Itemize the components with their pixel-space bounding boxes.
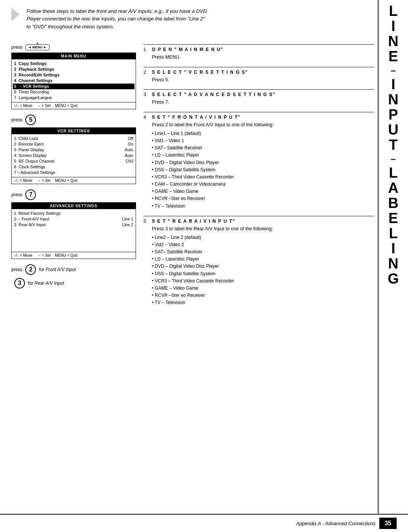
main-menu-item-2: 2 Playback Settings (14, 67, 133, 72)
bullet-5-8: GAME – Video Game (152, 285, 374, 292)
step-3-number: 3 (144, 92, 149, 97)
step-3-body: Press 7. (144, 99, 374, 106)
vcr-item-3: 3 Panel DisplayAuto (14, 147, 133, 153)
step-1-number: 1 (144, 47, 149, 52)
bullet-5-3: SAT– Satellite Receiver (152, 248, 374, 256)
vcr-item-7: 7→Advanced Settings (14, 170, 133, 175)
main-menu-items: 1 Copy Settings 2 Playback Settings 3 Re… (12, 59, 136, 102)
number-circle-2: 2 (25, 264, 36, 275)
main-menu-item-6: 6 Timer Recording (14, 89, 133, 95)
main-menu-item-7: 7 Language/Langue (14, 95, 133, 101)
right-column: 1 O P E N " M A I N M E N U" Press MENU.… (144, 44, 374, 313)
bullet-4-3: SAT– Satellite Receiver (152, 144, 374, 152)
number-circle-5: 5 (25, 115, 36, 125)
footer-page-number: 35 (379, 518, 397, 529)
bullet-4-2: Vid1 – Video 1 (152, 137, 374, 144)
vertical-title: L I N E – I N P U T – L A B E L I N G (378, 0, 408, 514)
for-front-label: for Front A/V Input (39, 267, 76, 272)
step-4-number: 4 (144, 115, 149, 120)
intro-section: Follow these steps to label the front an… (11, 8, 374, 38)
vcr-settings-title: VCR SETTINGS (12, 128, 136, 134)
advanced-settings-items: 1 Reset Factory Settings 2→ Front A/V In… (12, 209, 136, 252)
main-menu-item-3: 3 Record/Edit Settings (14, 72, 133, 78)
main-menu-footer: ↑/↓ = Move → = Sel MENU = Quit (12, 102, 136, 109)
step-4-bullets: Line1 – Line 1 (default) Vid1 – Video 1 … (144, 130, 374, 210)
intro-paragraph: Follow these steps to label the front an… (26, 8, 208, 31)
press-label-1: press (11, 45, 22, 50)
step-5-bullets: Line2 – Line 2 (default) Vid2 – Video 2 … (144, 234, 374, 307)
bullet-4-5: DVD – Digital Video Disc Player (152, 159, 374, 166)
press-label-2: press (11, 117, 22, 123)
menu-button-label: ◄ MENU ► (28, 45, 46, 49)
step-3-header: 3 S E L E C T " A D V A N C E D S E T T … (144, 92, 374, 97)
press-2-row: press 2 for Front A/V Input (11, 264, 136, 275)
step-5-number: 5 (144, 219, 149, 224)
bullet-5-1: Line2 – Line 2 (default) (152, 234, 374, 241)
bottom-press-section: press 2 for Front A/V Input 3 for Rear A… (11, 264, 136, 288)
vcr-settings-items: 1 Child LockOff 2 Remote EjectOn 3 Panel… (12, 134, 136, 177)
vcr-item-1: 1 Child LockOff (14, 136, 133, 141)
step-2-title: S E L E C T " V C R S E T T I N G S" (152, 70, 248, 75)
step-5-title: S E T " R E A R A / V I N P U T" (152, 219, 235, 224)
bullet-4-8: CAM – Camcorder or Videocamera (152, 181, 374, 188)
vcr-item-4: 4 Screen DisplayAuto (14, 153, 133, 158)
title-chars: L I N E – I N P U T – L A B E L I N G (388, 4, 399, 286)
adv-item-1: 1 Reset Factory Settings (14, 211, 133, 216)
bullet-5-7: VCR3 – Third Video Cassette Recorder (152, 278, 374, 285)
step-3: 3 S E L E C T " A D V A N C E D S E T T … (144, 89, 374, 106)
bullet-5-6: DSS – Digital Satellite System (152, 270, 374, 278)
step-2: 2 S E L E C T " V C R S E T T I N G S" P… (144, 67, 374, 84)
for-rear-label: for Rear A/V Input (28, 281, 64, 286)
step-5-body: Press 3 to label the Rear A/V Input to o… (144, 225, 374, 233)
bullet-4-6: DSS – Digital Satellite System (152, 166, 374, 174)
bullet-5-9: RCVR –Ster eo Receiver (152, 292, 374, 299)
advanced-settings-box: ADVANCED SETTINGS 1 Reset Factory Settin… (11, 202, 136, 259)
step-4-body: Press 2 to label the Front A/V Input to … (144, 121, 374, 129)
bullet-5-2: Vid2 – Video 2 (152, 241, 374, 248)
step-3-title: S E L E C T " A D V A N C E D S E T T I … (152, 92, 275, 97)
bullet-4-1: Line1 – Line 1 (default) (152, 130, 374, 137)
bullet-4-11: TV – Television (152, 203, 374, 210)
vcr-settings-footer: ↑/↓ = Move → = Sel MENU = Quit (12, 177, 136, 184)
advanced-settings-title: ADVANCED SETTINGS (12, 203, 136, 209)
step-2-body: Press 5. (144, 76, 374, 84)
step-1-body: Press MENU. (144, 54, 374, 61)
step-5-header: 5 S E T " R E A R A / V I N P U T" (144, 219, 374, 224)
vcr-settings-box: VCR SETTINGS 1 Child LockOff 2 Remote Ej… (11, 127, 136, 184)
main-menu-item-5: 5 →VCR Settings (13, 84, 134, 89)
number-circle-7: 7 (25, 189, 36, 200)
bullet-5-10: TV – Television (152, 299, 374, 306)
bullet-4-4: LD – Laserdisc Player (152, 152, 374, 159)
vcr-item-6: 6 Clock Settings (14, 164, 133, 170)
main-menu-item-1: 1 Copy Settings (14, 61, 133, 67)
bullet-5-5: DVD – Digital Video Disc Player (152, 263, 374, 270)
adv-item-3: 3 Rear A/V InputLine 2 (14, 222, 133, 228)
main-menu-item-4: 4 Channel Settings (14, 78, 133, 84)
advanced-settings-footer: ↑/↓ = Move → = Sel MENU = Quit (12, 252, 136, 259)
press-label-3: press (11, 192, 22, 197)
two-col-layout: press ◄ MENU ► MAIN MENU 1 Copy Settings… (11, 44, 374, 313)
step-4-title: S E T " F R O N T A / V I N P U T" (152, 115, 241, 120)
triangle-icon (11, 8, 20, 21)
vcr-item-2: 2 Remote EjectOn (14, 141, 133, 147)
main-content: Follow these steps to label the front an… (11, 8, 374, 513)
step-4-header: 4 S E T " F R O N T A / V I N P U T" (144, 115, 374, 120)
bullet-5-4: LD – Laserdisc Player (152, 256, 374, 263)
number-circle-3: 3 (14, 278, 25, 288)
step-1-header: 1 O P E N " M A I N M E N U" (144, 47, 374, 52)
step-2-header: 2 S E L E C T " V C R S E T T I N G S" (144, 70, 374, 75)
step-1-title: O P E N " M A I N M E N U" (152, 47, 223, 52)
footer-text: Appendix A - Advanced Connections (296, 521, 376, 526)
adv-item-2: 2→ Front A/V InputLine 1 (14, 216, 133, 222)
step-1: 1 O P E N " M A I N M E N U" Press MENU. (144, 44, 374, 61)
step-5: 5 S E T " R E A R A / V I N P U T" Press… (144, 216, 374, 307)
press-3-row: 3 for Rear A/V Input (11, 278, 136, 288)
vcr-item-5: 5 RF Output ChannelCh3 (14, 158, 133, 164)
bullet-4-9: GAME – Video Game (152, 188, 374, 195)
press-2-label: press (11, 267, 22, 272)
bullet-4-10: RCVR –Ster eo Receiver (152, 195, 374, 202)
bullet-4-7: VCR3 – Third Video Cassette Recorder (152, 174, 374, 181)
main-menu-title: MAIN MENU (12, 53, 136, 59)
page-footer: Appendix A - Advanced Connections 35 (0, 514, 408, 532)
menu-button: ◄ MENU ► (25, 44, 49, 50)
